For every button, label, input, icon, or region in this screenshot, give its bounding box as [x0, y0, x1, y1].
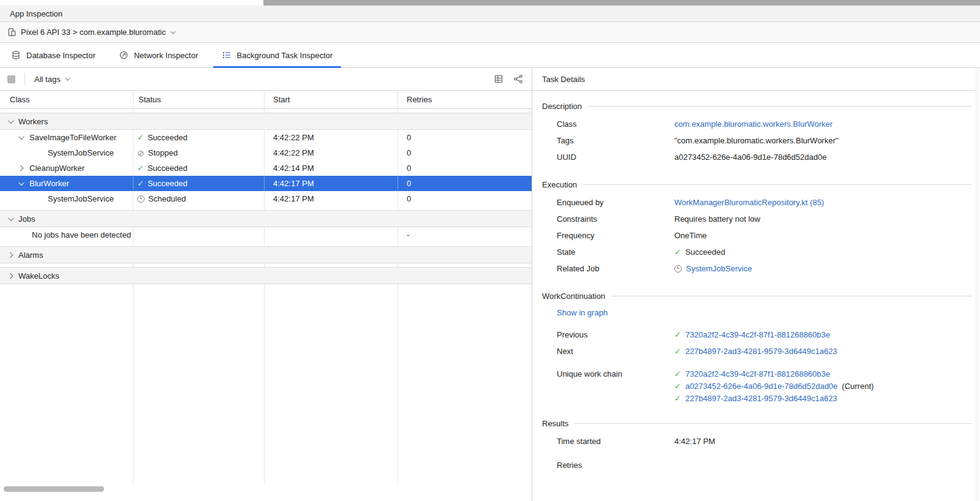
expander-icon[interactable] [6, 274, 14, 278]
detail-row-retries: Retries [542, 457, 971, 473]
section-rule [611, 296, 971, 296]
expander-icon[interactable] [16, 166, 24, 170]
group-row-workers[interactable]: Workers [0, 113, 532, 130]
table-row-selected[interactable]: BlurWorker ✓ Succeeded 4:42:17 PM 0 [0, 176, 532, 191]
table-row[interactable]: SystemJobService Scheduled 4:42:17 PM 0 [0, 191, 532, 206]
success-icon: ✓ [137, 134, 144, 141]
section-heading: Results [542, 419, 568, 428]
group-label: Alarms [18, 250, 43, 260]
expander-icon[interactable] [16, 135, 24, 140]
enqueued-by-link[interactable]: WorkManagerBluromaticRepository.kt (85) [674, 198, 824, 207]
table-view-icon[interactable] [494, 74, 503, 84]
group-label: WakeLocks [18, 271, 59, 281]
start-time: 4:42:14 PM [265, 160, 398, 176]
start-time: 4:42:17 PM [265, 176, 398, 191]
section-heading: WorkContinuation [542, 292, 605, 301]
app-inspection-window: App Inspection Pixel 6 API 33 > com.exam… [0, 0, 980, 501]
task-details-panel: Task Details Description Class com.examp… [532, 68, 980, 501]
expander-icon[interactable] [6, 253, 14, 257]
empty-jobs-message: No jobs have been detected [32, 230, 131, 239]
retries-count: 0 [398, 160, 532, 176]
panel-title-bar: App Inspection [0, 6, 980, 22]
detail-row-constraints: Constraints Requires battery not low [542, 211, 971, 227]
group-row-alarms[interactable]: Alarms [0, 246, 532, 263]
table-row-empty-jobs: No jobs have been detected - [0, 227, 532, 243]
work-chain-item: ✓ 7320a2f2-4c39-4c2f-87f1-881268860b3e [674, 368, 874, 380]
horizontal-scrollbar-thumb[interactable] [4, 486, 104, 492]
tab-database-inspector[interactable]: Database Inspector [2, 43, 104, 67]
work-chain-item: ✓ a0273452-626e-4a06-9d1e-78d6d52dad0e (… [674, 380, 874, 392]
start-time: 4:42:22 PM [265, 145, 398, 160]
detail-row-related-job: Related Job SystemJobService [542, 260, 971, 277]
tags-filter-dropdown[interactable]: All tags [34, 75, 69, 84]
detail-value: "com.example.bluromatic.workers.BlurWork… [674, 136, 839, 145]
column-header-start[interactable]: Start [265, 91, 398, 108]
device-selector-label: Pixel 6 API 33 > com.example.bluromatic [21, 28, 166, 37]
status-text: Scheduled [148, 194, 186, 203]
status-text: Succeeded [148, 179, 187, 188]
database-icon [11, 50, 21, 60]
column-header-class[interactable]: Class [0, 91, 134, 108]
section-description: Description [542, 102, 971, 111]
expander-icon[interactable] [16, 181, 24, 186]
stop-inspection-icon[interactable] [7, 75, 15, 83]
retries-count: 0 [398, 130, 532, 145]
device-process-selector[interactable]: Pixel 6 API 33 > com.example.bluromatic [7, 28, 174, 37]
expander-icon[interactable] [6, 119, 14, 124]
group-row-wakelocks[interactable]: WakeLocks [0, 267, 532, 284]
success-icon: ✓ [674, 331, 681, 339]
detail-label: Class [557, 119, 674, 129]
table-header: Class Status Start Retries [0, 91, 532, 109]
task-list-icon [222, 50, 232, 60]
chevron-down-icon [65, 75, 70, 80]
graph-view-icon[interactable] [513, 74, 523, 84]
success-icon: ✓ [674, 370, 681, 378]
group-row-jobs[interactable]: Jobs [0, 210, 532, 227]
work-chain-item: ✓ 227b4897-2ad3-4281-9579-3d6449c1a623 [674, 393, 874, 404]
details-title: Task Details [542, 75, 585, 84]
work-chain-list: ✓ 7320a2f2-4c39-4c2f-87f1-881268860b3e ✓… [674, 368, 874, 404]
section-results: Results [542, 419, 971, 428]
tab-background-task-inspector[interactable]: Background Task Inspector [213, 43, 342, 67]
retries-count: 0 [398, 176, 532, 191]
worker-class: BlurWorker [29, 179, 69, 188]
table-row[interactable]: CleanupWorker ✓ Succeeded 4:42:14 PM 0 [0, 160, 532, 176]
network-icon [119, 50, 129, 60]
detail-value: 4:42:17 PM [674, 437, 715, 446]
status-text: Succeeded [148, 164, 187, 173]
detail-row-uuid: UUID a0273452-626e-4a06-9d1e-78d6d52dad0… [542, 149, 971, 165]
success-icon: ✓ [674, 394, 681, 402]
work-chain-link[interactable]: 227b4897-2ad3-4281-9579-3d6449c1a623 [685, 393, 837, 404]
main-area: All tags [0, 68, 980, 501]
detail-value: Requires battery not low [674, 214, 760, 224]
section-rule [583, 184, 971, 185]
show-in-graph-row: Show in graph [542, 306, 971, 319]
show-in-graph-link[interactable]: Show in graph [557, 308, 608, 317]
vertical-scrollbar-track[interactable] [976, 68, 980, 501]
previous-work-link[interactable]: 7320a2f2-4c39-4c2f-87f1-881268860b3e [685, 330, 830, 339]
next-work-link[interactable]: 227b4897-2ad3-4281-9579-3d6449c1a623 [685, 347, 837, 356]
detail-row-class: Class com.example.bluromatic.workers.Blu… [542, 116, 971, 132]
work-chain-link[interactable]: a0273452-626e-4a06-9d1e-78d6d52dad0e [685, 380, 838, 392]
chevron-down-icon [170, 29, 175, 34]
table-row[interactable]: SystemJobService ⊘ Stopped 4:42:22 PM 0 [0, 145, 532, 160]
detail-value: a0273452-626e-4a06-9d1e-78d6d52dad0e [674, 153, 827, 162]
detail-label: Frequency [557, 231, 674, 240]
success-icon: ✓ [137, 164, 144, 172]
column-header-retries[interactable]: Retries [398, 91, 532, 108]
column-header-status[interactable]: Status [134, 91, 265, 108]
detail-label: Previous [557, 330, 674, 339]
section-execution: Execution [542, 180, 971, 189]
table-row[interactable]: SaveImageToFileWorker ✓ Succeeded 4:42:2… [0, 130, 532, 145]
class-link[interactable]: com.example.bluromatic.workers.BlurWorke… [674, 119, 832, 129]
expander-icon[interactable] [6, 217, 14, 221]
tab-network-inspector[interactable]: Network Inspector [110, 43, 207, 67]
editor-horizontal-scrollbar[interactable] [263, 0, 980, 6]
related-job-link[interactable]: SystemJobService [686, 264, 752, 273]
group-label: Workers [18, 117, 48, 126]
detail-value: Succeeded [685, 247, 725, 257]
details-content: Description Class com.example.bluromatic… [532, 91, 980, 501]
detail-label: Enqueued by [557, 198, 674, 207]
work-chain-link[interactable]: 7320a2f2-4c39-4c2f-87f1-881268860b3e [685, 368, 830, 380]
detail-label: Next [557, 347, 674, 356]
